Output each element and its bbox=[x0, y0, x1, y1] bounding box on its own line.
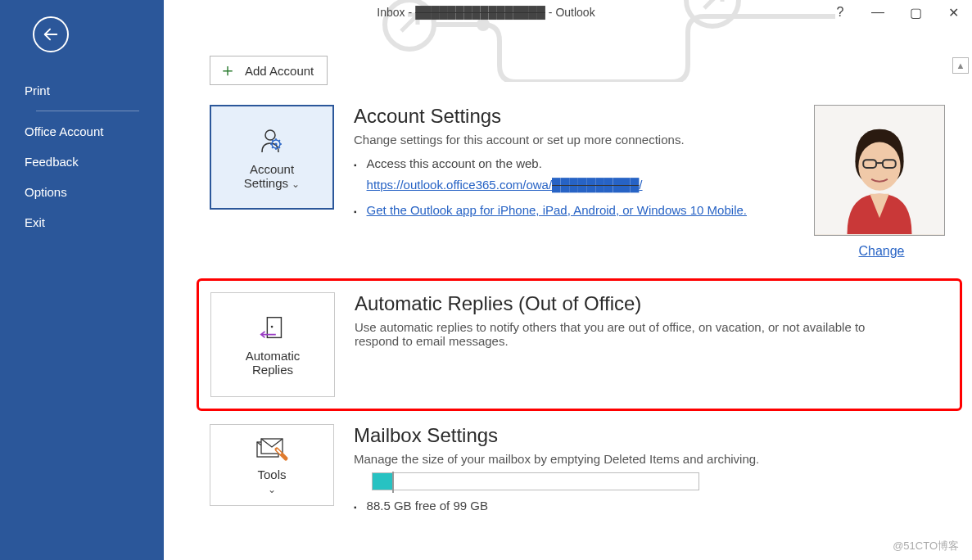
mailbox-quota-text: 88.5 GB free of 99 GB bbox=[367, 495, 488, 517]
bullet-icon: ▪ bbox=[354, 200, 357, 219]
maximize-button[interactable]: ▢ bbox=[897, 0, 934, 25]
sidebar-item-office-account[interactable]: Office Account bbox=[0, 116, 164, 147]
automatic-replies-highlight: Automatic Replies Automatic Replies (Out… bbox=[197, 278, 962, 411]
mailbox-settings-heading: Mailbox Settings bbox=[354, 424, 949, 447]
change-photo-link[interactable]: Change bbox=[814, 244, 949, 259]
tile-label-line1: Automatic bbox=[246, 349, 301, 363]
help-button[interactable]: ? bbox=[821, 0, 859, 25]
svg-point-16 bbox=[858, 142, 900, 190]
sidebar-item-print[interactable]: Print bbox=[0, 75, 164, 106]
minimize-button[interactable]: — bbox=[859, 0, 897, 25]
plus-icon: ＋ bbox=[219, 61, 237, 79]
automatic-replies-heading: Automatic Replies (Out of Office) bbox=[355, 292, 948, 315]
chevron-down-icon: ⌄ bbox=[268, 484, 276, 495]
account-settings-section: Account Settings ⌄ Account Settings Chan… bbox=[210, 105, 949, 259]
title-email-redacted: ████████████████ bbox=[415, 6, 545, 19]
tile-label-line1: Tools bbox=[257, 467, 286, 481]
sidebar-item-exit[interactable]: Exit bbox=[0, 207, 164, 237]
tile-label-line1: Account bbox=[250, 162, 294, 176]
mailbox-settings-section: Tools ⌄ Mailbox Settings Manage the size… bbox=[210, 424, 949, 522]
close-button[interactable]: ✕ bbox=[934, 0, 972, 25]
mailbox-quota-bar bbox=[372, 472, 699, 490]
window-title-bar: Inbox - ████████████████ - Outlook ? — ▢… bbox=[0, 0, 972, 25]
sidebar-item-options[interactable]: Options bbox=[0, 177, 164, 207]
profile-photo-box: Change bbox=[814, 105, 949, 259]
account-settings-sub: Change settings for this account or set … bbox=[354, 133, 794, 147]
window-controls: ? — ▢ ✕ bbox=[821, 0, 972, 25]
tile-label-line2: Settings bbox=[244, 176, 288, 190]
tile-label-line2: Replies bbox=[252, 363, 293, 377]
automatic-replies-sub: Use automatic replies to notify others t… bbox=[355, 320, 895, 348]
chevron-down-icon: ⌄ bbox=[292, 178, 300, 190]
mailbox-quota-handle bbox=[392, 472, 394, 493]
svg-point-6 bbox=[274, 142, 277, 145]
person-gear-icon bbox=[255, 124, 288, 157]
account-settings-tile[interactable]: Account Settings ⌄ bbox=[210, 105, 334, 210]
back-stage-sidebar: Print Office Account Feedback Options Ex… bbox=[0, 0, 164, 560]
bullet-icon: ▪ bbox=[354, 495, 357, 514]
tools-tile[interactable]: Tools ⌄ bbox=[210, 424, 334, 506]
arrow-left-icon bbox=[42, 25, 60, 43]
account-settings-heading: Account Settings bbox=[354, 105, 794, 128]
svg-line-14 bbox=[279, 140, 281, 142]
owa-link[interactable]: https://outlook.office365.com/owa/██████… bbox=[367, 178, 643, 192]
profile-photo bbox=[814, 105, 945, 236]
access-web-text: Access this account on the web. bbox=[367, 156, 542, 170]
tools-icon bbox=[255, 435, 289, 463]
add-account-label: Add Account bbox=[245, 64, 314, 78]
mailbox-quota-fill bbox=[373, 473, 392, 490]
mailbox-settings-sub: Manage the size of your mailbox by empty… bbox=[354, 452, 949, 466]
sidebar-divider bbox=[36, 111, 139, 111]
svg-point-21 bbox=[271, 326, 274, 328]
svg-line-12 bbox=[279, 147, 281, 149]
watermark-text: @51CTO博客 bbox=[893, 539, 959, 553]
svg-point-4 bbox=[265, 130, 275, 140]
bullet-icon: ▪ bbox=[354, 153, 357, 172]
add-account-button[interactable]: ＋ Add Account bbox=[210, 56, 328, 85]
title-inbox-prefix: Inbox - bbox=[377, 6, 412, 19]
title-app-name: - Outlook bbox=[549, 6, 595, 19]
main-content: ▲ ＋ Add Account Account Settings ⌄ bbox=[164, 0, 972, 560]
automatic-replies-tile[interactable]: Automatic Replies bbox=[210, 292, 335, 397]
auto-reply-icon bbox=[257, 313, 288, 344]
sidebar-item-feedback[interactable]: Feedback bbox=[0, 147, 164, 177]
svg-line-13 bbox=[272, 147, 274, 149]
svg-line-11 bbox=[272, 140, 274, 142]
get-outlook-app-link[interactable]: Get the Outlook app for iPhone, iPad, An… bbox=[367, 200, 747, 221]
